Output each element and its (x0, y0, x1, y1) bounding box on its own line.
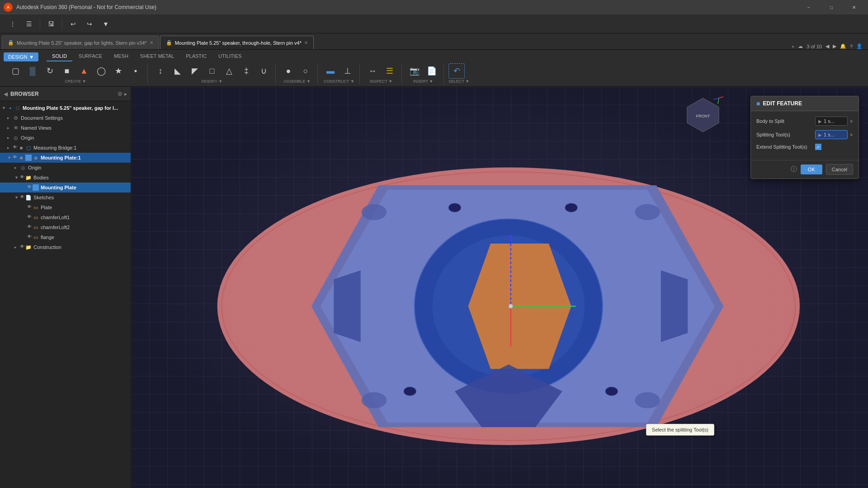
tree-doc-settings[interactable]: ▸ ⚙ Document Settings (0, 113, 131, 123)
redo-button[interactable]: ↪ (82, 17, 97, 31)
box-icon[interactable]: ▪ (127, 63, 144, 79)
visibility-icon6[interactable]: 👁 (27, 204, 32, 211)
joint-origin-icon[interactable]: ○ (297, 63, 314, 79)
minimize-button[interactable]: − (798, 0, 819, 14)
tree-mounting-plate-body[interactable]: ▸ 👁 ■ Mounting Plate (0, 183, 131, 192)
create-label: CREATE (65, 79, 81, 84)
body-to-split-clear[interactable]: ✕ (849, 119, 853, 124)
body-to-split-input[interactable]: ▶ 1 s... (815, 117, 848, 126)
tree-measuring-bridge[interactable]: ▸ 👁 ■ ▢ Measuring Bridge:1 (0, 143, 131, 153)
modify-group: ↕ ◣ ◤ □ △ ‡ ∪ MODIFY ▼ (149, 63, 276, 84)
account-icon[interactable]: 👤 (856, 43, 863, 49)
chamfer-icon[interactable]: ◤ (187, 63, 203, 79)
tab-2[interactable]: 🔒 Mounting Plate 5.25" speaker, through-… (160, 36, 314, 49)
extend-checkbox[interactable]: ✓ (815, 144, 821, 150)
nav-right-button[interactable]: ▶ (833, 43, 836, 49)
combine-icon[interactable]: ∪ (255, 63, 272, 79)
ok-button[interactable]: OK (801, 164, 822, 174)
sweep-icon[interactable]: ■ (59, 63, 75, 79)
more-button[interactable]: ▼ (99, 17, 113, 31)
tab-solid[interactable]: SOLID (47, 52, 72, 61)
press-pull-icon[interactable]: ↕ (152, 63, 169, 79)
insert-mesh-icon[interactable]: 📷 (406, 63, 423, 79)
viewport[interactable]: FRONT ■ EDIT FEATURE Body to Split ▶ 1 s… (131, 87, 868, 488)
tab-mesh[interactable]: MESH (108, 52, 134, 61)
browser-expand-icon[interactable]: ▸ (124, 91, 127, 97)
tree-measuring-bridge-label: Measuring Bridge:1 (33, 145, 76, 150)
visibility-icon1[interactable]: 👁 (13, 145, 17, 151)
design-button[interactable]: DESIGN ▼ (4, 52, 38, 61)
joint-icon[interactable]: ● (280, 63, 297, 79)
browser-settings-icon[interactable]: ⚙ (118, 91, 123, 97)
tree-construction-label: Construction (33, 244, 61, 250)
browser-collapse[interactable]: ◀ (4, 91, 8, 97)
notifications-icon[interactable]: 🔔 (840, 43, 846, 49)
visibility-icon9[interactable]: 👁 (27, 234, 32, 240)
nav-left-button[interactable]: ◀ (826, 43, 829, 49)
extrude-icon[interactable]: ▒ (24, 63, 41, 79)
loft-icon[interactable]: ▲ (76, 63, 92, 79)
tab-plastic[interactable]: PLASTIC (180, 52, 212, 61)
separator (40, 19, 40, 29)
tree-chamferloft1[interactable]: ▸ 👁 ▭ chamferLoft1 (0, 212, 131, 222)
select-icon[interactable]: ↶ (448, 63, 465, 79)
app-menu-button[interactable]: ☰ (22, 17, 36, 31)
splitting-tools-clear[interactable]: ✕ (849, 132, 853, 137)
insert-svg-icon[interactable]: 📄 (424, 63, 440, 79)
tab-1-close[interactable]: ✕ (150, 40, 153, 45)
viewcube[interactable]: FRONT (683, 96, 723, 136)
measure-icon[interactable]: ↔ (364, 63, 381, 79)
cancel-button[interactable]: Cancel (826, 164, 853, 175)
tree-named-views[interactable]: ▸ 👁 Named Views (0, 123, 131, 133)
visibility-icon8[interactable]: 👁 (27, 224, 32, 230)
undo-button[interactable]: ↩ (66, 17, 80, 31)
info-icon[interactable]: ⓘ (791, 165, 797, 174)
tab-surface[interactable]: SURFACE (73, 52, 108, 61)
splitting-tools-label: Splitting Tool(s) (756, 132, 815, 137)
fillet-icon[interactable]: ◣ (170, 63, 186, 79)
tab-1[interactable]: 🔒 Mounting Plate 5.25" speaker, gap for … (2, 36, 159, 49)
tree-root[interactable]: ▼ ▪ □ Mounting Plate 5.25" speaker, gap … (0, 103, 131, 113)
tree-mounting-plate-comp[interactable]: ▼ 👁 ■ ■ ⊕ Mounting Plate:1 (0, 153, 131, 163)
shell-icon[interactable]: □ (204, 63, 220, 79)
tree-sketches[interactable]: ▼ 👁 📄 Sketches (0, 192, 131, 202)
visibility-icon10[interactable]: 👁 (20, 244, 24, 250)
splitting-tools-input[interactable]: ▶ 1 s... (815, 130, 848, 139)
thread-icon[interactable]: ★ (110, 63, 127, 79)
save-button[interactable]: 🖫 (44, 17, 58, 31)
draft-icon[interactable]: △ (221, 63, 237, 79)
visibility-icon4[interactable]: 👁 (27, 184, 32, 191)
edit-feature-body: Body to Split ▶ 1 s... ✕ Splitting Tool(… (751, 111, 859, 160)
tree-chamferloft2[interactable]: ▸ 👁 ▭ chamferLoft2 (0, 222, 131, 232)
tree-origin[interactable]: ▸ ◎ Origin (0, 133, 131, 143)
select-label: SELECT (448, 79, 464, 84)
tree-mp-origin[interactable]: ▸ ◎ Origin (0, 163, 131, 173)
visibility-icon3[interactable]: 👁 (20, 174, 24, 181)
tab-sheet-metal[interactable]: SHEET METAL (135, 52, 179, 61)
scale-icon[interactable]: ‡ (238, 63, 255, 79)
visibility-icon7[interactable]: 👁 (27, 214, 32, 221)
sketches-folder-icon: 📄 (25, 194, 32, 201)
svg-point-19 (605, 387, 618, 396)
section-analysis-icon[interactable]: ☰ (382, 63, 398, 79)
tab-2-close[interactable]: ✕ (304, 40, 308, 45)
tree-flange[interactable]: ▸ 👁 ▭ flange (0, 232, 131, 242)
lock-icon2: ■ (18, 155, 24, 161)
close-button[interactable]: ✕ (844, 0, 864, 14)
visibility-icon5[interactable]: 👁 (20, 194, 24, 201)
add-tab-button[interactable]: + (792, 44, 794, 49)
visibility-icon2[interactable]: 👁 (13, 155, 17, 161)
offset-plane-icon[interactable]: ▬ (322, 63, 339, 79)
new-component-icon[interactable]: ▢ (7, 63, 24, 79)
tree-plate-sketch[interactable]: ▸ 👁 ▭ Plate (0, 202, 131, 212)
tree-mp-origin-label: Origin (28, 165, 41, 170)
hole-icon[interactable]: ◯ (93, 63, 109, 79)
grid-menu-button[interactable]: ⋮ (5, 17, 20, 31)
tree-bodies[interactable]: ▼ 👁 📁 Bodies (0, 173, 131, 183)
revolve-icon[interactable]: ↻ (42, 63, 58, 79)
construct-icon2[interactable]: ⊥ (340, 63, 356, 79)
maximize-button[interactable]: □ (821, 0, 842, 14)
tab-utilities[interactable]: UTILITIES (213, 52, 247, 61)
help-icon[interactable]: ? (850, 44, 853, 49)
tree-construction[interactable]: ▸ 👁 📁 Construction (0, 242, 131, 252)
